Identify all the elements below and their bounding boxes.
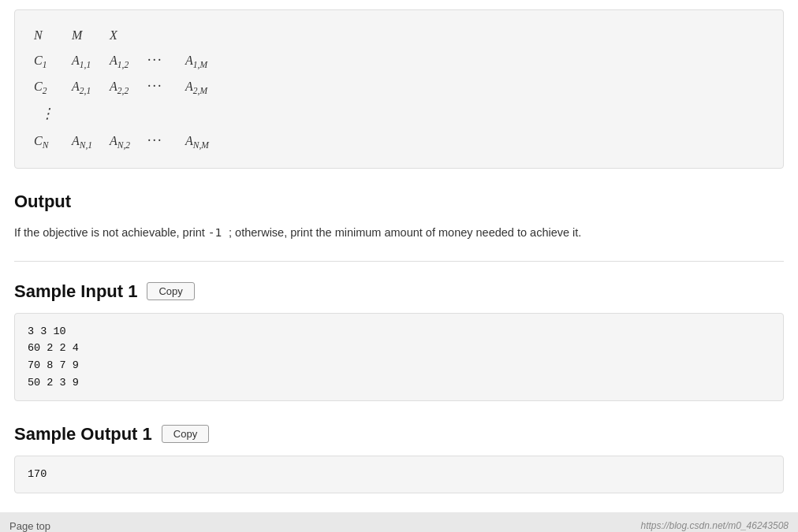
copy-output-button[interactable]: Copy: [162, 425, 209, 443]
math-row-2: C2 A2,1 A2,2 ··· A2,M: [34, 73, 764, 99]
sample-input-code: 3 3 10 60 2 2 4 70 8 7 9 50 2 3 9: [14, 313, 784, 401]
math-cell-A11: A1,1: [72, 50, 103, 73]
math-vdots-row: ⋮: [34, 99, 764, 128]
output-code: -1: [208, 226, 229, 239]
sample-input-header: Sample Input 1 Copy: [14, 277, 784, 305]
sample-output-title: Sample Output 1: [14, 420, 152, 448]
copy-input-button[interactable]: Copy: [147, 282, 194, 300]
math-cell-A2M: A2,M: [185, 76, 217, 99]
math-cell-AN2: AN,2: [110, 130, 141, 154]
math-cell-A21: A2,1: [72, 76, 103, 99]
math-row-N: CN AN,1 AN,2 ··· AN,M: [34, 128, 764, 154]
math-cell-X: X: [110, 24, 141, 47]
math-cell-ANM: AN,M: [185, 130, 217, 154]
math-block: N M X C1 A1,1 A1,2 ··· A1,M C2 A2,1 A2,2…: [14, 9, 784, 169]
math-cell-C1: C1: [34, 50, 65, 73]
output-description: If the objective is not achievable, prin…: [14, 224, 784, 242]
sample-input-title: Sample Input 1: [14, 277, 137, 305]
page-top-label[interactable]: Page top: [9, 519, 50, 532]
output-heading: Output: [14, 188, 784, 215]
output-desc-text2: ; otherwise, print the minimum amount of…: [229, 226, 581, 239]
math-row-1: C1 A1,1 A1,2 ··· A1,M: [34, 47, 764, 73]
math-vdots: ⋮: [34, 99, 764, 128]
math-cell-N: N: [34, 24, 65, 47]
math-cell-A1M: A1,M: [185, 50, 217, 73]
watermark-text: https://blog.csdn.net/m0_46243508: [641, 519, 789, 532]
sample-output-header: Sample Output 1 Copy: [14, 420, 784, 448]
math-cell-CN: CN: [34, 130, 65, 154]
math-cell-A22: A2,2: [110, 76, 141, 99]
math-hdots-N: ···: [147, 128, 179, 153]
math-cell-A12: A1,2: [110, 50, 141, 73]
math-hdots-2: ···: [147, 73, 179, 99]
output-desc-text1: If the objective is not achievable, prin…: [14, 226, 208, 239]
math-cell-M: M: [72, 24, 103, 47]
math-cell-AN1: AN,1: [72, 130, 103, 154]
math-cell-C2: C2: [34, 76, 65, 99]
page-bottom-bar: Page top https://blog.csdn.net/m0_462435…: [0, 512, 798, 532]
sample-output-code: 170: [14, 456, 784, 493]
math-row-header: N M X: [34, 24, 764, 47]
divider: [14, 261, 784, 262]
math-hdots-1: ···: [147, 47, 179, 73]
